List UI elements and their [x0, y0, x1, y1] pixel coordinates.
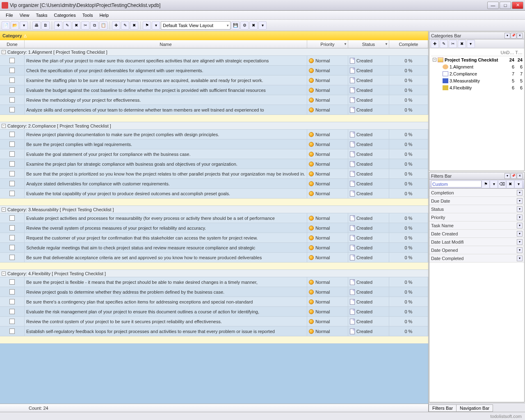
new-icon[interactable]: 📄	[2, 21, 10, 30]
tree-root[interactable]: − Project Testing Checklist 24 24	[431, 56, 523, 63]
checkbox[interactable]	[9, 171, 15, 176]
category-row[interactable]: −Category: 1.Alignment [ Project Testing…	[0, 48, 428, 56]
task-row[interactable]: Evaluate the total capability of your pr…	[0, 189, 428, 199]
flag-dd-icon[interactable]: ▾	[152, 21, 160, 30]
checkbox[interactable]	[9, 142, 15, 147]
collapse-icon[interactable]: −	[2, 272, 6, 276]
chevron-down-icon[interactable]: ▾	[517, 206, 523, 212]
checkbox[interactable]	[9, 151, 15, 157]
chevron-down-icon[interactable]: ▾	[517, 198, 523, 204]
col-priority[interactable]: Priority▼	[307, 40, 348, 48]
panel-close-icon[interactable]: ✕	[517, 173, 523, 179]
task-edit-icon[interactable]: ✎	[63, 21, 71, 30]
task-row[interactable]: Be sure that deliverable acceptance crit…	[0, 253, 428, 262]
task-delete-icon[interactable]: ✖	[72, 21, 80, 30]
task-row[interactable]: Analyze stated deliverables for complian…	[0, 179, 428, 189]
cat-new-icon[interactable]: ✚	[112, 21, 120, 30]
chevron-down-icon[interactable]: ▾	[517, 231, 523, 237]
checkbox[interactable]	[9, 289, 15, 294]
task-row[interactable]: Be sure the project complies with legal …	[0, 139, 428, 149]
checkbox[interactable]	[9, 132, 15, 137]
task-row[interactable]: Evaluate project activities and processe…	[0, 213, 428, 223]
collapse-icon[interactable]: −	[433, 58, 436, 62]
checkbox[interactable]	[9, 255, 15, 260]
filter-row[interactable]: Completion▾	[429, 189, 524, 197]
chevron-down-icon[interactable]: ▾	[517, 239, 523, 245]
copy-icon[interactable]: ⧉	[90, 21, 98, 30]
menu-help[interactable]: Help	[96, 12, 112, 18]
menu-view[interactable]: View	[16, 12, 33, 18]
chevron-down-icon[interactable]: ▼	[385, 42, 388, 46]
checkbox[interactable]	[9, 191, 15, 196]
checkbox[interactable]	[9, 68, 15, 73]
tab-filters-bar[interactable]: Filters Bar	[429, 404, 457, 412]
col-status[interactable]: Status▼	[348, 40, 389, 48]
chevron-down-icon[interactable]: ▾	[517, 247, 523, 253]
col-complete[interactable]: Complete	[389, 40, 428, 48]
paste-icon[interactable]: 📋	[99, 21, 107, 30]
checkbox[interactable]	[9, 329, 15, 334]
task-row[interactable]: Review the overall system of process mea…	[0, 223, 428, 233]
open-icon[interactable]: 📂	[11, 21, 19, 30]
task-row[interactable]: Review the control system of your projec…	[0, 317, 428, 326]
checkbox[interactable]	[9, 58, 15, 63]
dropdown-icon[interactable]: ▾	[20, 21, 28, 30]
filter-row[interactable]: Due Date▾	[429, 197, 524, 205]
menu-tools[interactable]: Tools	[79, 12, 96, 18]
task-row[interactable]: Evaluate the goal statement of your proj…	[0, 149, 428, 159]
task-row[interactable]: Analyze skills and competencies of your …	[0, 105, 428, 115]
checkbox[interactable]	[9, 235, 15, 240]
group-header[interactable]: Category△	[0, 31, 428, 40]
filter-dd-icon[interactable]: ▾	[490, 180, 498, 188]
checkbox[interactable]	[9, 319, 15, 324]
filter-row[interactable]: Status▾	[429, 205, 524, 213]
tree-node[interactable]: 1.Alignment66	[431, 63, 523, 70]
task-row[interactable]: Request the customer of your project for…	[0, 233, 428, 243]
checkbox[interactable]	[9, 279, 15, 285]
task-row[interactable]: Check the specification of your project …	[0, 66, 428, 75]
pin-icon[interactable]: 📌	[511, 173, 516, 179]
checkbox[interactable]	[9, 107, 15, 112]
checkbox[interactable]	[9, 161, 15, 167]
close-button[interactable]: ✕	[512, 2, 523, 9]
task-row[interactable]: Review project goals to determine whethe…	[0, 287, 428, 297]
task-new-icon[interactable]: ✚	[54, 21, 62, 30]
task-row[interactable]: Schedule regular meetings that aim to ch…	[0, 243, 428, 253]
filter-row[interactable]: Priority▾	[429, 213, 524, 221]
filter-row[interactable]: Date Created▾	[429, 230, 524, 238]
collapse-icon[interactable]: −	[2, 124, 6, 128]
category-row[interactable]: −Category: 4.Flexibility [ Project Testi…	[0, 270, 428, 277]
chevron-down-icon[interactable]: ▾	[517, 256, 523, 261]
checkbox[interactable]	[9, 181, 15, 186]
task-row[interactable]: Evaluate the risk management plan of you…	[0, 307, 428, 317]
cat-del-icon[interactable]: ✖	[130, 21, 138, 30]
filter-apply-icon[interactable]: ⚑	[482, 180, 490, 188]
flag-icon[interactable]: ⚑	[143, 21, 151, 30]
task-row[interactable]: Examine the project plan for strategic c…	[0, 159, 428, 169]
cat-edit-icon[interactable]: ✎	[121, 21, 129, 30]
task-row[interactable]: Be sure there's a contingency plan that …	[0, 297, 428, 307]
task-row[interactable]: Review the methodology of your project f…	[0, 95, 428, 105]
col-done[interactable]: Done	[0, 40, 25, 48]
pin-icon[interactable]: 📌	[511, 33, 516, 39]
checkbox[interactable]	[9, 97, 15, 103]
tree-node[interactable]: 4.Flexibility66	[431, 84, 523, 91]
cut-icon[interactable]: ✂	[81, 21, 89, 30]
checkbox[interactable]	[9, 225, 15, 231]
preview-icon[interactable]: 🗎	[41, 21, 50, 30]
layout-selector[interactable]: Default Task View Layout	[161, 21, 231, 30]
menu-tasks[interactable]: Tasks	[32, 12, 50, 18]
filter-clear-icon[interactable]: ⌫	[498, 180, 506, 188]
col-name[interactable]: Name	[25, 40, 307, 48]
panel-close-icon[interactable]: ✕	[517, 33, 523, 39]
task-row[interactable]: Be sure the project is flexible - it mea…	[0, 277, 428, 287]
checkbox[interactable]	[9, 309, 15, 314]
chevron-down-icon[interactable]: ▼	[344, 42, 347, 46]
maximize-button[interactable]: □	[500, 2, 511, 9]
menu-categories[interactable]: Categories	[51, 12, 79, 18]
category-row[interactable]: −Category: 2.Compliance [ Project Testin…	[0, 122, 428, 130]
checkbox[interactable]	[9, 245, 15, 250]
category-row[interactable]: −Category: 3.Measurability [ Project Tes…	[0, 206, 428, 213]
task-row[interactable]: Review project planning documentation to…	[0, 130, 428, 139]
cat-cut-icon[interactable]: ✂	[449, 40, 457, 48]
